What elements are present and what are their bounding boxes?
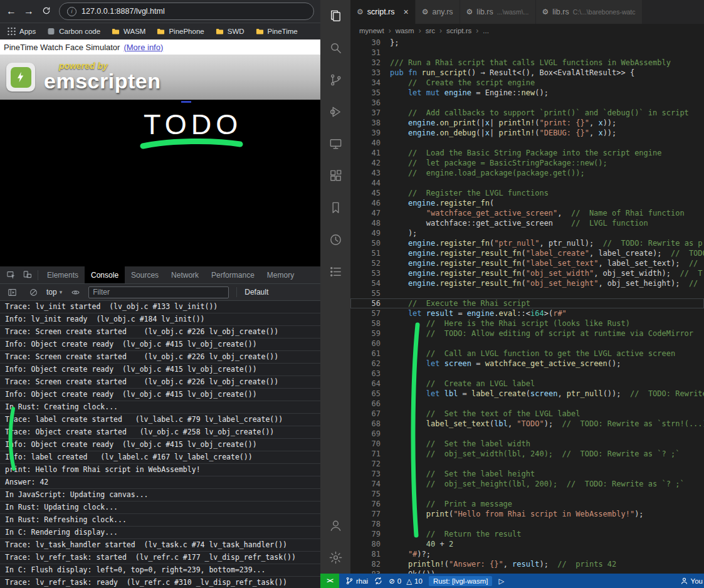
code-line[interactable]: 80 40 + 2 (350, 539, 704, 549)
breadcrumb-item[interactable]: wasm (396, 27, 414, 34)
code-line[interactable]: 41 // Load the Basic String Package into… (350, 148, 704, 158)
run-debug-icon[interactable] (320, 96, 350, 128)
code-line[interactable]: 75 (350, 489, 704, 499)
bookmark-item[interactable]: Apps (8, 28, 36, 35)
editor-tab[interactable]: ⚙lib.rsC:\...\barebones-watc (536, 0, 643, 24)
extensions-icon[interactable] (320, 160, 350, 192)
code-line[interactable]: 81 "#)?; (350, 549, 704, 559)
devtools-tab-network[interactable]: Network (165, 266, 205, 283)
devtools-tab-memory[interactable]: Memory (261, 266, 300, 283)
rust-analyzer-status[interactable]: Rust: [lvgl-wasm] (429, 576, 493, 586)
bookmark-item[interactable]: SWD (216, 28, 244, 35)
code-line[interactable]: 40 (350, 138, 704, 148)
code-line[interactable]: 82 println!("Answer: {}", result); // pr… (350, 559, 704, 569)
account-icon[interactable] (320, 510, 350, 542)
explorer-icon[interactable] (320, 0, 350, 32)
code-line[interactable]: 57 let result = engine.eval::<i64>(r#" (350, 308, 704, 318)
code-line[interactable]: 61 // Call an LVGL function to get the L… (350, 349, 704, 359)
device-toolbar-icon[interactable] (19, 266, 35, 283)
code-line[interactable]: 37 // Add callbacks to support `print()`… (350, 108, 704, 118)
forward-button[interactable]: → (24, 6, 34, 16)
editor-tab[interactable]: ⚙script.rs× (350, 0, 416, 24)
code-line[interactable]: 39 engine.on_debug(|x| println!("DEBUG: … (350, 128, 704, 138)
code-line[interactable]: 34 // Create the script engine (350, 78, 704, 88)
code-line[interactable]: 47 "watchface_get_active_screen", // Nam… (350, 208, 704, 218)
code-line[interactable]: 50 engine.register_fn("ptr_null", ptr_nu… (350, 238, 704, 248)
devtools-tab-sources[interactable]: Sources (125, 266, 165, 283)
source-control-icon[interactable] (320, 64, 350, 96)
remote-indicator[interactable]: >< (320, 574, 339, 588)
live-expression-eye-icon[interactable] (67, 284, 83, 300)
code-line[interactable]: 69 (350, 429, 704, 439)
code-line[interactable]: 42 // let package = BasicStringPackage::… (350, 158, 704, 168)
breadcrumb-item[interactable]: script.rs (446, 27, 471, 34)
code-line[interactable]: 79 // Return the result (350, 529, 704, 539)
search-icon[interactable] (320, 32, 350, 64)
devtools-tab-elements[interactable]: Elements (41, 266, 85, 283)
code-line[interactable]: 71 // obj_set_width(lbl, 240); // TODO: … (350, 449, 704, 459)
code-line[interactable]: 72 (350, 459, 704, 469)
code-line[interactable]: 32/// Run a Rhai script that calls LVGL … (350, 58, 704, 68)
clear-console-icon[interactable] (25, 284, 41, 300)
code-line[interactable]: 33pub fn run_script() → Result<(), Box<E… (350, 68, 704, 78)
code-line[interactable]: 36 (350, 98, 704, 108)
code-line[interactable]: 56 // Execute the Rhai script (350, 298, 704, 308)
git-branch[interactable]: rhai (345, 577, 368, 585)
code-line[interactable]: 67 // Set the text of the LVGL label (350, 409, 704, 419)
devtools-tab-console[interactable]: Console (85, 266, 125, 283)
bookmark-item[interactable]: PinePhone (157, 28, 204, 35)
inspect-element-icon[interactable] (3, 266, 19, 283)
settings-icon[interactable] (320, 542, 350, 574)
console-filter-input[interactable]: Filter (88, 286, 229, 298)
code-line[interactable]: 73 // Set the label height (350, 469, 704, 479)
bookmark-item[interactable]: WASM (112, 28, 145, 35)
breadcrumb-item[interactable]: mynewt (359, 27, 384, 34)
code-line[interactable]: 48 watchface::get_active_screen // LVGL … (350, 218, 704, 228)
editor-tab[interactable]: ⚙any.rs (416, 0, 460, 24)
code-line[interactable]: 58 // Here is the Rhai script (looks lik… (350, 318, 704, 328)
code-line[interactable]: 76 // Print a message (350, 499, 704, 509)
code-line[interactable]: 38 engine.on_print(|x| println!("print: … (350, 118, 704, 128)
breadcrumb-item[interactable]: ... (483, 27, 489, 34)
problems-indicator[interactable]: ⊘ 0 △ 10 (389, 577, 423, 585)
back-button[interactable]: ← (6, 6, 16, 16)
code-line[interactable]: 45 // Register the LVGL functions (350, 188, 704, 198)
code-line[interactable]: 53 engine.register_result_fn("obj_set_wi… (350, 268, 704, 278)
code-line[interactable]: 44 (350, 178, 704, 188)
close-icon[interactable]: × (404, 7, 409, 17)
code-line[interactable]: 54 engine.register_result_fn("obj_set_he… (350, 278, 704, 288)
code-line[interactable]: 62 let screen = watchface_get_active_scr… (350, 359, 704, 369)
code-line[interactable]: 52 engine.register_result_fn("label_set_… (350, 258, 704, 268)
context-selector[interactable]: top ▾ (46, 288, 62, 297)
devtools-tab-performance[interactable]: Performance (205, 266, 261, 283)
code-line[interactable]: 77 print("Hello from Rhai script in WebA… (350, 509, 704, 519)
code-line[interactable]: 64 // Create an LVGL label (350, 379, 704, 389)
code-line[interactable]: 31 (350, 48, 704, 58)
run-button[interactable]: ▷ (498, 577, 504, 585)
code-line[interactable]: 51 engine.register_result_fn("label_crea… (350, 248, 704, 258)
address-bar[interactable]: 127.0.0.1:8887/lvgl.html (59, 3, 314, 20)
code-line[interactable]: 66 (350, 399, 704, 409)
code-line[interactable]: 30}; (350, 38, 704, 48)
bookmark-item[interactable]: PineTime (256, 28, 298, 35)
bookmarks-icon[interactable] (320, 192, 350, 224)
code-line[interactable]: 78 (350, 519, 704, 529)
code-line[interactable]: 68 label_set_text(lbl, "TODO"); // TODO:… (350, 419, 704, 429)
remote-explorer-icon[interactable] (320, 128, 350, 160)
code-line[interactable]: 59 // TODO: Allow editing of script at r… (350, 328, 704, 339)
code-line[interactable]: 43 // engine.load_package(package.get())… (350, 168, 704, 178)
code-line[interactable]: 74 // obj_set_height(lbl, 200); // TODO:… (350, 479, 704, 489)
log-levels-dropdown[interactable]: Default (244, 288, 268, 297)
more-info-link[interactable]: (More info) (123, 43, 163, 52)
code-line[interactable]: 55 (350, 288, 704, 298)
page-info-icon[interactable] (67, 7, 76, 16)
live-share-user[interactable]: You (680, 577, 703, 585)
history-icon[interactable] (320, 224, 350, 256)
code-line[interactable]: 60 (350, 339, 704, 349)
outline-icon[interactable] (320, 256, 350, 288)
code-line[interactable]: 49 ); (350, 228, 704, 238)
sync-button[interactable] (374, 577, 382, 585)
code-line[interactable]: 83 Ok(()) (350, 569, 704, 574)
code-line[interactable]: 65 let lbl = label_create(screen, ptr_nu… (350, 389, 704, 399)
console-sidebar-icon[interactable] (4, 284, 20, 300)
